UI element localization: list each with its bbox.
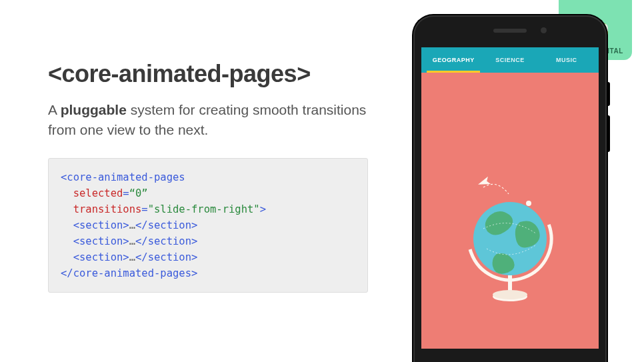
page-title: <core-animated-pages> [48,60,368,88]
phone-mockup: GEOGRAPHY SCIENCE MUSIC [413,15,607,362]
globe-illustration [457,175,563,309]
page-subtitle: A pluggable system for creating smooth t… [48,100,368,141]
tab-science[interactable]: SCIENCE [482,57,539,63]
tab-indicator [427,71,480,73]
slide-content: <core-animated-pages> A pluggable system… [48,60,368,293]
phone-screen: GEOGRAPHY SCIENCE MUSIC [421,47,599,349]
svg-point-3 [526,201,531,206]
code-example: <core-animated-pages selected=“0” transi… [48,158,368,293]
tab-music[interactable]: MUSIC [538,57,595,63]
tab-bar: GEOGRAPHY SCIENCE MUSIC [421,47,599,73]
svg-point-7 [493,290,527,299]
tab-geography[interactable]: GEOGRAPHY [425,57,482,63]
